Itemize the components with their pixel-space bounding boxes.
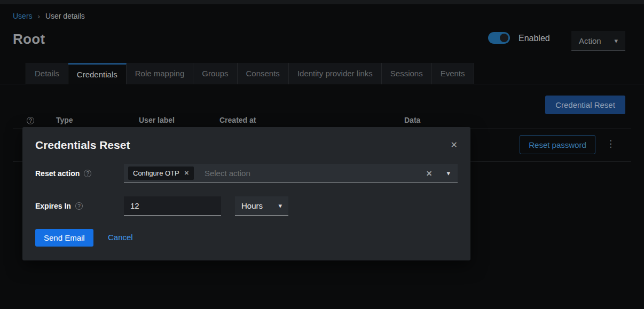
page-title: Root xyxy=(13,31,45,47)
column-header-created-at: Created at xyxy=(219,116,404,124)
cancel-button[interactable]: Cancel xyxy=(108,233,133,242)
chevron-down-icon: ▾ xyxy=(278,202,282,210)
enabled-toggle[interactable] xyxy=(488,32,510,44)
breadcrumb-current: User details xyxy=(45,12,85,20)
close-icon[interactable]: ✕ xyxy=(451,140,458,150)
reset-action-label: Reset action ? xyxy=(35,169,91,178)
tab-details[interactable]: Details xyxy=(26,63,68,84)
reset-action-label-text: Reset action xyxy=(35,169,80,178)
action-dropdown-label: Action xyxy=(579,36,601,45)
chip-remove-icon[interactable]: ✕ xyxy=(184,170,189,177)
breadcrumb: Users › User details xyxy=(13,12,85,20)
expires-in-label: Expires In ? xyxy=(35,202,83,210)
chip-label: Configure OTP xyxy=(133,169,179,177)
tab-groups[interactable]: Groups xyxy=(193,63,237,84)
tab-events[interactable]: Events xyxy=(432,63,474,84)
select-action-input[interactable] xyxy=(205,169,426,178)
configure-otp-chip: Configure OTP ✕ xyxy=(128,167,194,180)
tab-consents[interactable]: Consents xyxy=(238,63,289,84)
column-header-user-label: User label xyxy=(139,116,219,124)
tab-credentials[interactable]: Credentials xyxy=(68,63,127,84)
tab-role-mapping[interactable]: Role mapping xyxy=(127,63,194,84)
reset-action-multiselect[interactable]: Configure OTP ✕ ✕ ▾ xyxy=(124,164,458,183)
modal-title: Credentials Reset xyxy=(35,139,130,152)
credentials-reset-modal: Credentials Reset ✕ Reset action ? Confi… xyxy=(22,127,470,260)
breadcrumb-users-link[interactable]: Users xyxy=(13,12,33,20)
clear-selection-icon[interactable]: ✕ xyxy=(426,169,433,178)
expires-unit-dropdown[interactable]: Hours ▾ xyxy=(235,196,288,216)
send-email-button[interactable]: Send Email xyxy=(35,229,93,247)
help-icon[interactable]: ? xyxy=(27,117,34,124)
help-icon[interactable]: ? xyxy=(84,170,91,177)
masthead-strip xyxy=(0,0,644,4)
tab-sessions[interactable]: Sessions xyxy=(382,63,432,84)
action-dropdown[interactable]: Action ▾ xyxy=(571,31,625,51)
kebab-menu-icon[interactable]: ⋮ xyxy=(604,134,617,153)
column-header-data: Data xyxy=(404,116,420,124)
reset-password-button[interactable]: Reset password xyxy=(520,135,595,154)
expires-in-input[interactable] xyxy=(124,196,221,216)
breadcrumb-chevron-icon: › xyxy=(38,12,40,20)
expires-unit-value: Hours xyxy=(241,201,263,210)
toggle-knob xyxy=(500,34,508,42)
help-icon[interactable]: ? xyxy=(75,202,83,210)
chevron-down-icon[interactable]: ▾ xyxy=(446,169,450,177)
chevron-down-icon: ▾ xyxy=(614,37,618,45)
enabled-toggle-label: Enabled xyxy=(519,34,550,43)
tab-bar: Details Credentials Role mapping Groups … xyxy=(26,63,474,84)
expires-in-label-text: Expires In xyxy=(35,202,71,210)
table-header-help-cell: ? xyxy=(13,116,56,125)
column-header-type: Type xyxy=(56,116,139,124)
tab-identity-provider-links[interactable]: Identity provider links xyxy=(289,63,382,84)
